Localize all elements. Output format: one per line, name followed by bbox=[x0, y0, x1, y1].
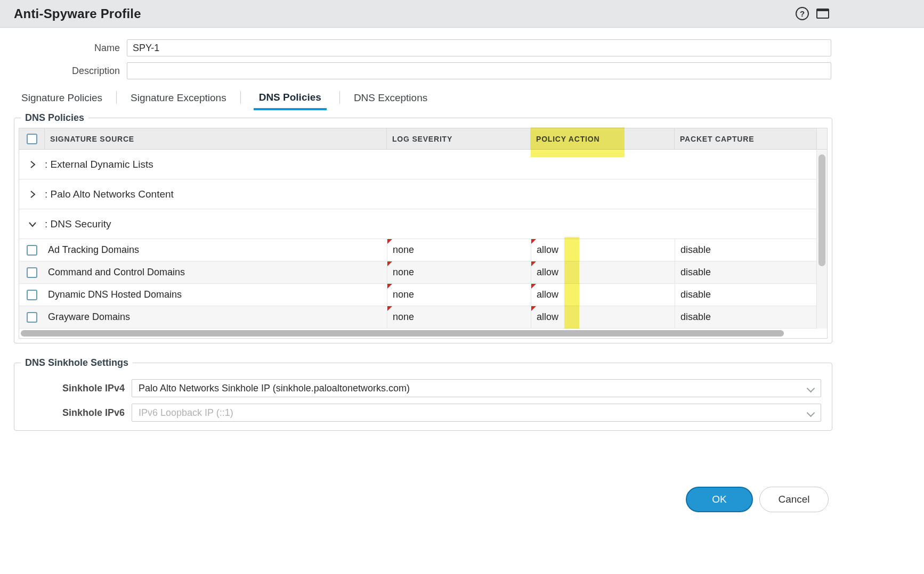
column-header-log-severity[interactable]: LOG SEVERITY bbox=[387, 128, 531, 149]
help-glyph: ? bbox=[800, 9, 805, 18]
log-severity-cell[interactable]: none bbox=[387, 306, 531, 328]
chevron-right-icon[interactable] bbox=[29, 161, 36, 168]
policy-action-cell[interactable]: allow bbox=[531, 284, 675, 306]
horizontal-scrollbar-thumb[interactable] bbox=[21, 330, 784, 337]
row-checkbox-cell bbox=[19, 239, 45, 261]
chevron-right-icon[interactable] bbox=[29, 191, 36, 198]
column-header-packet-capture[interactable]: PACKET CAPTURE bbox=[675, 128, 816, 149]
log-severity-cell[interactable]: none bbox=[387, 261, 531, 283]
row-checkbox[interactable] bbox=[27, 290, 37, 300]
description-field[interactable] bbox=[127, 62, 831, 79]
row-checkbox-cell bbox=[19, 284, 45, 306]
dialog-header: Anti-Spyware Profile ? bbox=[0, 0, 924, 28]
column-header-policy-action[interactable]: POLICY ACTION bbox=[531, 128, 675, 149]
anti-spyware-profile-dialog: Anti-Spyware Profile ? Name Description … bbox=[0, 0, 924, 574]
signature-source-cell: Command and Control Domains bbox=[45, 261, 387, 283]
signature-source-cell: Grayware Domains bbox=[45, 306, 387, 328]
tab-separator bbox=[116, 91, 117, 104]
name-row: Name bbox=[0, 39, 924, 56]
tab-signature-exceptions[interactable]: Signature Exceptions bbox=[129, 92, 228, 110]
vertical-scrollbar[interactable] bbox=[816, 150, 827, 329]
packet-capture-cell[interactable]: disable bbox=[675, 306, 816, 328]
select-all-checkbox[interactable] bbox=[27, 134, 37, 144]
table-row: Ad Tracking Domains none allow disable bbox=[19, 239, 827, 261]
column-header-signature-source[interactable]: SIGNATURE SOURCE bbox=[45, 128, 387, 149]
dns-policies-groupbox: DNS Policies SIGNATURE SOURCE LOG SEVERI… bbox=[14, 112, 832, 343]
tab-dns-policies[interactable]: DNS Policies bbox=[254, 92, 327, 110]
horizontal-scrollbar[interactable] bbox=[19, 329, 827, 338]
log-severity-cell[interactable]: none bbox=[387, 284, 531, 306]
sinkhole-ipv6-value: IPv6 Loopback IP (::1) bbox=[139, 407, 233, 419]
group-row-dns-security[interactable]: : DNS Security bbox=[19, 209, 827, 239]
sinkhole-ipv4-label: Sinkhole IPv4 bbox=[19, 383, 132, 394]
log-severity-cell[interactable]: none bbox=[387, 239, 531, 261]
header-icons: ? bbox=[796, 0, 829, 27]
row-checkbox[interactable] bbox=[27, 312, 37, 323]
chevron-down-icon[interactable] bbox=[29, 220, 36, 228]
table-row: Grayware Domains none allow disable bbox=[19, 306, 827, 329]
page-title: Anti-Spyware Profile bbox=[14, 6, 141, 21]
policy-action-cell[interactable]: allow bbox=[531, 306, 675, 328]
dns-sinkhole-legend: DNS Sinkhole Settings bbox=[21, 357, 133, 368]
sinkhole-ipv6-select[interactable]: IPv6 Loopback IP (::1) bbox=[132, 404, 821, 422]
row-checkbox-cell bbox=[19, 306, 45, 328]
help-icon[interactable]: ? bbox=[796, 7, 809, 20]
group-label: : External Dynamic Lists bbox=[45, 159, 153, 170]
packet-capture-cell[interactable]: disable bbox=[675, 239, 816, 261]
header-checkbox-cell bbox=[19, 128, 45, 149]
sinkhole-ipv4-select[interactable]: Palo Alto Networks Sinkhole IP (sinkhole… bbox=[132, 379, 821, 397]
sinkhole-ipv6-row: Sinkhole IPv6 IPv6 Loopback IP (::1) bbox=[19, 404, 828, 422]
group-row-external-dynamic-lists[interactable]: : External Dynamic Lists bbox=[19, 150, 827, 179]
chevron-down-icon[interactable] bbox=[808, 410, 814, 416]
packet-capture-cell[interactable]: disable bbox=[675, 284, 816, 306]
sinkhole-ipv4-row: Sinkhole IPv4 Palo Alto Networks Sinkhol… bbox=[19, 379, 828, 397]
row-checkbox[interactable] bbox=[27, 245, 37, 256]
name-field[interactable] bbox=[127, 39, 831, 56]
dns-policies-table: SIGNATURE SOURCE LOG SEVERITY POLICY ACT… bbox=[19, 128, 828, 339]
sinkhole-ipv6-label: Sinkhole IPv6 bbox=[19, 407, 132, 419]
description-label: Description bbox=[0, 65, 127, 77]
policy-action-cell[interactable]: allow bbox=[531, 261, 675, 283]
description-row: Description bbox=[0, 62, 924, 79]
table-row: Command and Control Domains none allow d… bbox=[19, 261, 827, 284]
packet-capture-cell[interactable]: disable bbox=[675, 261, 816, 283]
tab-signature-policies[interactable]: Signature Policies bbox=[20, 92, 103, 110]
dns-policies-legend: DNS Policies bbox=[21, 112, 88, 124]
sinkhole-ipv4-value: Palo Alto Networks Sinkhole IP (sinkhole… bbox=[139, 383, 410, 394]
cancel-button[interactable]: Cancel bbox=[759, 487, 829, 512]
row-checkbox-cell bbox=[19, 261, 45, 283]
group-label: : DNS Security bbox=[45, 218, 111, 230]
vertical-scrollbar-thumb[interactable] bbox=[818, 154, 825, 266]
table-row: Dynamic DNS Hosted Domains none allow di… bbox=[19, 284, 827, 306]
tab-separator bbox=[240, 91, 241, 104]
dns-sinkhole-groupbox: DNS Sinkhole Settings Sinkhole IPv4 Palo… bbox=[14, 357, 832, 431]
row-checkbox[interactable] bbox=[27, 267, 37, 278]
group-label: : Palo Alto Networks Content bbox=[45, 188, 174, 200]
group-row-palo-alto-networks-content[interactable]: : Palo Alto Networks Content bbox=[19, 179, 827, 209]
ok-button[interactable]: OK bbox=[686, 487, 753, 512]
tab-separator bbox=[339, 91, 340, 104]
chevron-down-icon[interactable] bbox=[808, 386, 814, 392]
tab-dns-exceptions[interactable]: DNS Exceptions bbox=[353, 92, 428, 110]
name-label: Name bbox=[0, 43, 127, 54]
header-scroll-pad bbox=[816, 128, 827, 149]
dialog-footer: OK Cancel bbox=[686, 487, 829, 512]
signature-source-cell: Ad Tracking Domains bbox=[45, 239, 387, 261]
form-area: Name Description bbox=[0, 28, 924, 79]
signature-source-cell: Dynamic DNS Hosted Domains bbox=[45, 284, 387, 306]
window-icon[interactable] bbox=[816, 9, 829, 19]
policy-action-cell[interactable]: allow bbox=[531, 239, 675, 261]
tab-bar: Signature Policies Signature Exceptions … bbox=[20, 91, 924, 110]
table-header-row: SIGNATURE SOURCE LOG SEVERITY POLICY ACT… bbox=[19, 128, 827, 150]
